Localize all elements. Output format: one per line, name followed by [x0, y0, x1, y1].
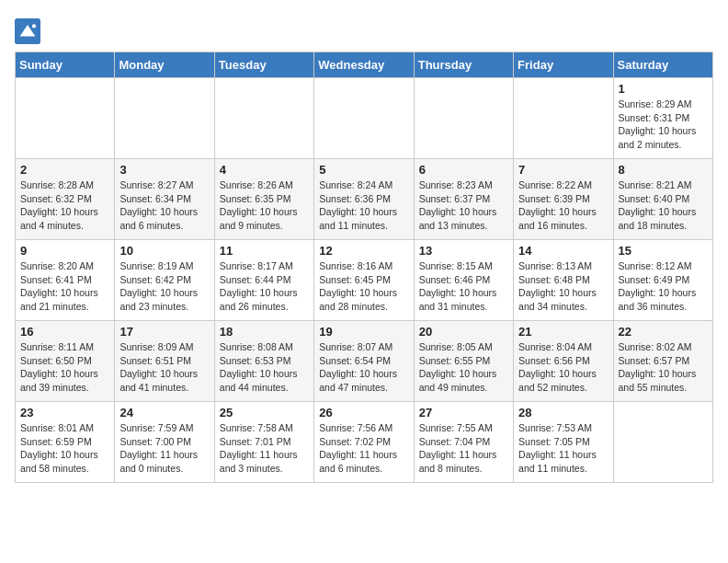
day-number: 6: [419, 163, 508, 177]
calendar-cell: 11Sunrise: 8:17 AM Sunset: 6:44 PM Dayli…: [214, 240, 313, 321]
logo-icon: [15, 18, 40, 44]
day-info: Sunrise: 8:19 AM Sunset: 6:42 PM Dayligh…: [119, 259, 209, 314]
calendar-cell: 12Sunrise: 8:16 AM Sunset: 6:45 PM Dayli…: [314, 240, 414, 321]
day-info: Sunrise: 8:05 AM Sunset: 6:55 PM Dayligh…: [419, 340, 508, 395]
calendar-cell: 8Sunrise: 8:21 AM Sunset: 6:40 PM Daylig…: [613, 159, 712, 240]
day-number: 14: [518, 244, 608, 258]
calendar-cell: 25Sunrise: 7:58 AM Sunset: 7:01 PM Dayli…: [214, 402, 313, 483]
column-header-friday: Friday: [514, 52, 613, 78]
calendar-cell: 15Sunrise: 8:12 AM Sunset: 6:49 PM Dayli…: [613, 240, 712, 321]
day-info: Sunrise: 8:28 AM Sunset: 6:32 PM Dayligh…: [20, 178, 109, 233]
calendar-cell: 10Sunrise: 8:19 AM Sunset: 6:42 PM Dayli…: [115, 240, 214, 321]
day-info: Sunrise: 8:23 AM Sunset: 6:37 PM Dayligh…: [419, 178, 508, 233]
day-info: Sunrise: 8:11 AM Sunset: 6:50 PM Dayligh…: [20, 340, 109, 395]
calendar-cell: [514, 78, 613, 159]
day-info: Sunrise: 7:56 AM Sunset: 7:02 PM Dayligh…: [319, 421, 408, 476]
calendar-cell: [214, 78, 313, 159]
column-header-monday: Monday: [115, 52, 214, 78]
day-number: 13: [419, 244, 508, 258]
day-number: 7: [518, 163, 608, 177]
day-number: 19: [319, 325, 408, 339]
day-number: 18: [220, 325, 309, 339]
calendar-cell: 5Sunrise: 8:24 AM Sunset: 6:36 PM Daylig…: [314, 159, 414, 240]
header: [15, 15, 713, 44]
column-header-thursday: Thursday: [414, 52, 513, 78]
calendar-cell: 6Sunrise: 8:23 AM Sunset: 6:37 PM Daylig…: [414, 159, 513, 240]
day-info: Sunrise: 8:08 AM Sunset: 6:53 PM Dayligh…: [220, 340, 309, 395]
calendar-cell: 26Sunrise: 7:56 AM Sunset: 7:02 PM Dayli…: [314, 402, 414, 483]
calendar-week-row: 9Sunrise: 8:20 AM Sunset: 6:41 PM Daylig…: [16, 240, 713, 321]
day-info: Sunrise: 8:01 AM Sunset: 6:59 PM Dayligh…: [20, 421, 109, 476]
day-info: Sunrise: 8:17 AM Sunset: 6:44 PM Dayligh…: [220, 259, 309, 314]
day-number: 5: [319, 163, 408, 177]
day-info: Sunrise: 7:53 AM Sunset: 7:05 PM Dayligh…: [518, 421, 608, 476]
day-number: 23: [20, 406, 109, 419]
day-number: 24: [119, 406, 209, 419]
calendar-cell: 17Sunrise: 8:09 AM Sunset: 6:51 PM Dayli…: [115, 321, 214, 402]
day-info: Sunrise: 8:12 AM Sunset: 6:49 PM Dayligh…: [619, 259, 708, 314]
day-number: 26: [319, 406, 408, 419]
calendar-week-row: 16Sunrise: 8:11 AM Sunset: 6:50 PM Dayli…: [16, 321, 713, 402]
calendar-cell: [414, 78, 513, 159]
calendar-table: SundayMondayTuesdayWednesdayThursdayFrid…: [15, 52, 713, 483]
day-info: Sunrise: 8:16 AM Sunset: 6:45 PM Dayligh…: [319, 259, 408, 314]
column-header-sunday: Sunday: [16, 52, 115, 78]
day-number: 11: [220, 244, 309, 258]
calendar-cell: [613, 402, 712, 483]
calendar-cell: 22Sunrise: 8:02 AM Sunset: 6:57 PM Dayli…: [613, 321, 712, 402]
day-number: 27: [419, 406, 508, 419]
day-number: 3: [119, 163, 209, 177]
day-info: Sunrise: 8:29 AM Sunset: 6:31 PM Dayligh…: [619, 98, 708, 152]
day-info: Sunrise: 8:20 AM Sunset: 6:41 PM Dayligh…: [20, 259, 109, 314]
day-info: Sunrise: 8:02 AM Sunset: 6:57 PM Dayligh…: [619, 340, 708, 395]
column-header-saturday: Saturday: [613, 52, 712, 78]
calendar-week-row: 23Sunrise: 8:01 AM Sunset: 6:59 PM Dayli…: [16, 402, 713, 483]
day-info: Sunrise: 8:04 AM Sunset: 6:56 PM Dayligh…: [518, 340, 608, 395]
day-number: 22: [619, 325, 708, 339]
day-number: 25: [220, 406, 309, 419]
svg-point-3: [32, 24, 36, 28]
logo: [15, 18, 44, 44]
calendar-cell: 21Sunrise: 8:04 AM Sunset: 6:56 PM Dayli…: [514, 321, 613, 402]
calendar-cell: 13Sunrise: 8:15 AM Sunset: 6:46 PM Dayli…: [414, 240, 513, 321]
calendar-cell: 27Sunrise: 7:55 AM Sunset: 7:04 PM Dayli…: [414, 402, 513, 483]
calendar-cell: 14Sunrise: 8:13 AM Sunset: 6:48 PM Dayli…: [514, 240, 613, 321]
day-number: 8: [619, 163, 708, 177]
calendar-week-row: 2Sunrise: 8:28 AM Sunset: 6:32 PM Daylig…: [16, 159, 713, 240]
day-info: Sunrise: 7:59 AM Sunset: 7:00 PM Dayligh…: [119, 421, 209, 476]
day-info: Sunrise: 8:27 AM Sunset: 6:34 PM Dayligh…: [119, 178, 209, 233]
day-number: 1: [619, 82, 708, 96]
column-header-tuesday: Tuesday: [214, 52, 313, 78]
day-number: 15: [619, 244, 708, 258]
day-number: 12: [319, 244, 408, 258]
day-info: Sunrise: 8:09 AM Sunset: 6:51 PM Dayligh…: [119, 340, 209, 395]
calendar-cell: 3Sunrise: 8:27 AM Sunset: 6:34 PM Daylig…: [115, 159, 214, 240]
day-info: Sunrise: 7:58 AM Sunset: 7:01 PM Dayligh…: [220, 421, 309, 476]
day-number: 20: [419, 325, 508, 339]
day-info: Sunrise: 8:15 AM Sunset: 6:46 PM Dayligh…: [419, 259, 508, 314]
day-number: 2: [20, 163, 109, 177]
calendar-header-row: SundayMondayTuesdayWednesdayThursdayFrid…: [16, 52, 713, 78]
calendar-cell: [115, 78, 214, 159]
day-number: 16: [20, 325, 109, 339]
day-number: 21: [518, 325, 608, 339]
calendar-cell: 2Sunrise: 8:28 AM Sunset: 6:32 PM Daylig…: [16, 159, 115, 240]
calendar-cell: 19Sunrise: 8:07 AM Sunset: 6:54 PM Dayli…: [314, 321, 414, 402]
calendar-cell: 1Sunrise: 8:29 AM Sunset: 6:31 PM Daylig…: [613, 78, 712, 159]
day-number: 28: [518, 406, 608, 419]
day-info: Sunrise: 8:21 AM Sunset: 6:40 PM Dayligh…: [619, 178, 708, 233]
calendar-cell: [16, 78, 115, 159]
day-number: 17: [119, 325, 209, 339]
day-info: Sunrise: 8:22 AM Sunset: 6:39 PM Dayligh…: [518, 178, 608, 233]
day-info: Sunrise: 8:13 AM Sunset: 6:48 PM Dayligh…: [518, 259, 608, 314]
calendar-cell: 4Sunrise: 8:26 AM Sunset: 6:35 PM Daylig…: [214, 159, 313, 240]
day-info: Sunrise: 7:55 AM Sunset: 7:04 PM Dayligh…: [419, 421, 508, 476]
calendar-cell: 7Sunrise: 8:22 AM Sunset: 6:39 PM Daylig…: [514, 159, 613, 240]
calendar-cell: 23Sunrise: 8:01 AM Sunset: 6:59 PM Dayli…: [16, 402, 115, 483]
calendar-cell: [314, 78, 414, 159]
calendar-cell: 20Sunrise: 8:05 AM Sunset: 6:55 PM Dayli…: [414, 321, 513, 402]
calendar-cell: 24Sunrise: 7:59 AM Sunset: 7:00 PM Dayli…: [115, 402, 214, 483]
calendar-cell: 18Sunrise: 8:08 AM Sunset: 6:53 PM Dayli…: [214, 321, 313, 402]
calendar-week-row: 1Sunrise: 8:29 AM Sunset: 6:31 PM Daylig…: [16, 78, 713, 159]
day-info: Sunrise: 8:24 AM Sunset: 6:36 PM Dayligh…: [319, 178, 408, 233]
